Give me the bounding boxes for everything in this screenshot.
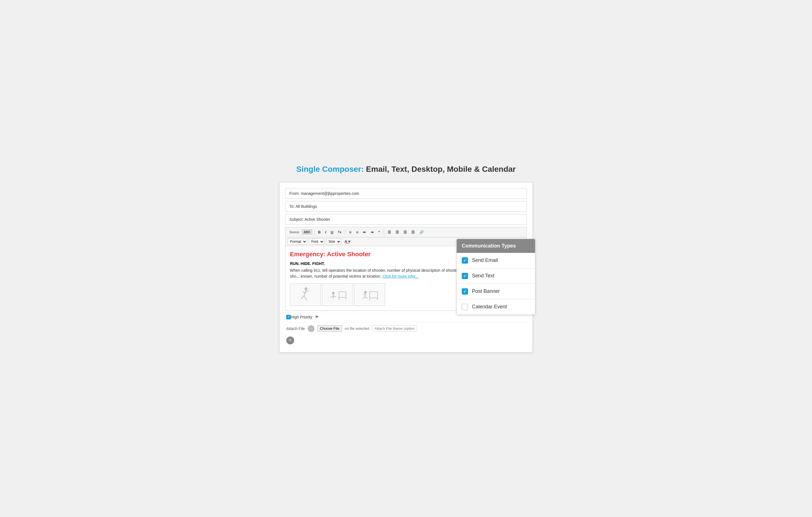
- bold-button[interactable]: B: [316, 229, 322, 235]
- subject-value: Active Shooter: [304, 217, 330, 222]
- align-center-button[interactable]: ☰: [394, 229, 401, 235]
- indent-button[interactable]: ↠: [369, 229, 375, 235]
- strikethrough-button[interactable]: Tx: [336, 230, 343, 235]
- svg-line-12: [330, 296, 333, 297]
- calendar-event-checkbox[interactable]: [462, 304, 468, 310]
- page-wrapper: Single Composer: Email, Text, Desktop, M…: [279, 165, 533, 353]
- send-email-label: Send Email: [472, 257, 498, 263]
- file-name-input[interactable]: [372, 325, 417, 332]
- from-label: From:: [289, 191, 300, 196]
- attach-file-row: Attach File − Choose File no file select…: [285, 322, 527, 335]
- add-row: +: [285, 336, 527, 347]
- to-label: To:: [289, 204, 295, 209]
- attach-file-label: Attach File: [286, 326, 305, 331]
- svg-line-13: [333, 296, 336, 297]
- high-priority-checkbox[interactable]: [286, 315, 291, 319]
- page-title: Single Composer: Email, Text, Desktop, M…: [296, 165, 516, 174]
- subject-label: Subject:: [289, 217, 304, 222]
- comm-item-send-text[interactable]: Send Text: [457, 268, 535, 284]
- composer-container: From: management@jbpproperties.com To: A…: [279, 182, 533, 353]
- format-select[interactable]: Format: [288, 239, 307, 245]
- to-field[interactable]: To: All Buildings: [285, 201, 527, 212]
- remove-attachment-button[interactable]: −: [308, 325, 314, 332]
- size-select[interactable]: Size: [326, 239, 341, 245]
- from-field[interactable]: From: management@jbpproperties.com: [285, 188, 527, 199]
- svg-line-4: [306, 290, 309, 292]
- high-priority-label: High Priority ⚑: [291, 315, 319, 319]
- comm-item-send-email[interactable]: Send Email: [457, 253, 535, 268]
- svg-point-0: [304, 287, 308, 290]
- font-select[interactable]: Font: [309, 239, 324, 245]
- blockquote-button[interactable]: “: [376, 229, 382, 235]
- svg-line-2: [301, 296, 304, 299]
- ol-button[interactable]: ≡: [347, 229, 353, 235]
- comm-panel-header: Communication Types: [457, 239, 535, 253]
- align-justify-button[interactable]: ☰: [410, 229, 416, 235]
- comm-item-post-banner[interactable]: Post Banner: [457, 284, 535, 299]
- comm-item-calendar-event[interactable]: Calendar Event: [457, 299, 535, 314]
- svg-point-10: [332, 292, 335, 295]
- choose-file-button[interactable]: Choose File: [317, 325, 342, 332]
- svg-line-19: [362, 297, 365, 299]
- subject-field[interactable]: Subject: Active Shooter: [285, 214, 527, 225]
- color-button[interactable]: A ▾: [343, 239, 352, 244]
- image-3: [354, 283, 385, 306]
- post-banner-label: Post Banner: [472, 288, 500, 294]
- title-rest: Email, Text, Desktop, Mobile & Calendar: [364, 165, 516, 174]
- add-attachment-button[interactable]: +: [286, 336, 294, 344]
- svg-rect-7: [339, 292, 346, 297]
- send-email-checkbox[interactable]: [462, 257, 468, 264]
- align-right-button[interactable]: ☰: [402, 229, 409, 235]
- svg-rect-14: [370, 292, 378, 298]
- send-text-label: Send Text: [472, 273, 494, 279]
- outdent-button[interactable]: ↞: [361, 229, 368, 235]
- toolbar-divider3: [384, 229, 384, 235]
- svg-point-17: [364, 291, 367, 294]
- send-text-checkbox[interactable]: [462, 273, 468, 279]
- italic-button[interactable]: I: [323, 229, 328, 235]
- communication-types-panel: Communication Types Send Email Send Text…: [457, 239, 535, 315]
- align-left-button[interactable]: ☰: [386, 229, 393, 235]
- toolbar-row1: Source ABC B I U Tx ≡ ≡ ↞ ↠ “ ☰ ☰ ☰ ☰ 🔗: [285, 227, 527, 237]
- to-value: All Buildings: [295, 204, 317, 209]
- svg-line-20: [365, 297, 368, 299]
- title-highlight: Single Composer:: [296, 165, 364, 174]
- spellcheck-button[interactable]: ABC: [302, 230, 312, 235]
- calendar-event-label: Calendar Event: [472, 304, 507, 310]
- underline-button[interactable]: U: [329, 229, 335, 235]
- source-button[interactable]: Source: [288, 230, 301, 235]
- link-button[interactable]: 🔗: [417, 229, 426, 235]
- image-1: [290, 283, 321, 306]
- flag-icon: ⚑: [315, 315, 319, 319]
- post-banner-checkbox[interactable]: [462, 288, 468, 295]
- no-file-text: no file selected: [345, 326, 369, 331]
- image-2: [322, 283, 353, 306]
- ul-button[interactable]: ≡: [354, 229, 360, 235]
- editor-link[interactable]: Click for more infor...: [382, 274, 418, 278]
- from-value: management@jbpproperties.com: [301, 191, 359, 196]
- svg-line-3: [304, 296, 307, 300]
